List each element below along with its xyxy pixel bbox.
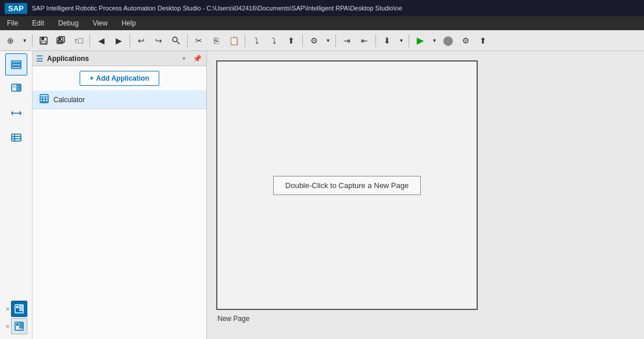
tab-close-icon-2[interactable]: ✕ (5, 323, 10, 330)
app-item-icon (40, 94, 49, 105)
window-title: SAP Intelligent Robotic Process Automati… (32, 5, 639, 12)
debug-button[interactable]: ⚙ (457, 33, 474, 49)
svg-rect-13 (13, 85, 16, 88)
svg-rect-11 (12, 67, 21, 68)
undo-button[interactable]: ↩ (133, 33, 149, 49)
settings-button[interactable]: ⚙ (306, 33, 322, 49)
main-area: ✕ ✕ ☰ A (0, 51, 644, 339)
svg-rect-9 (12, 61, 21, 63)
toolbar-sep-1 (32, 34, 33, 47)
screen-tab-2[interactable] (11, 318, 27, 334)
panel-pin-button[interactable]: 📌 (191, 53, 203, 64)
forward-button[interactable]: ▶ (110, 33, 127, 49)
save-all-button[interactable] (53, 33, 69, 49)
add-application-button[interactable]: + Add Application (80, 71, 159, 86)
panel-header-icon: ☰ (36, 54, 44, 63)
menu-help[interactable]: Help (119, 18, 138, 28)
svg-rect-23 (20, 306, 22, 308)
stop-button[interactable]: ⬤ (440, 33, 456, 49)
toolbar-sep-2 (90, 34, 90, 47)
toolbar-sep-3 (130, 34, 130, 47)
svg-rect-10 (12, 64, 21, 66)
svg-rect-14 (17, 85, 20, 87)
toolbar-sep-9 (409, 34, 409, 47)
export-button[interactable]: ↑□ (70, 33, 87, 49)
sap-logo: SAP (5, 3, 27, 14)
panel-dropdown-icon[interactable]: ▾ (180, 55, 188, 62)
step-over-button[interactable]: ⤵ (266, 33, 282, 49)
new-button[interactable]: ⊕ (2, 33, 19, 49)
svg-rect-26 (16, 323, 19, 326)
sidebar-icon-workflow[interactable] (5, 53, 27, 75)
page-label: New Page (217, 315, 249, 323)
svg-line-8 (177, 41, 180, 44)
add-label: Add Application (96, 74, 149, 82)
cut-button[interactable]: ✂ (191, 33, 207, 49)
save-button[interactable] (35, 33, 52, 49)
panel-header: ☰ Applications ▾ 📌 (33, 51, 206, 66)
sidebar-icon-connector[interactable] (5, 102, 27, 124)
find-button[interactable] (168, 33, 184, 49)
screen-tab-1[interactable] (11, 301, 27, 317)
tab-row-2: ✕ (5, 318, 27, 334)
svg-rect-24 (20, 309, 22, 311)
run-dropdown-button[interactable]: ▾ (430, 33, 439, 49)
menu-view[interactable]: View (90, 18, 110, 28)
page-canvas[interactable]: Double-Click to Capture a New Page New P… (216, 60, 478, 310)
run-button[interactable]: ▶ (412, 33, 428, 49)
toolbar-sep-4 (187, 34, 188, 47)
capture-hint[interactable]: Double-Click to Capture a New Page (273, 176, 421, 195)
step-into-button[interactable]: ⤵ (248, 33, 264, 49)
copy-button[interactable]: ⎘ (208, 33, 224, 49)
toolbar-sep-8 (375, 34, 376, 47)
indent-button[interactable]: ⇥ (339, 33, 355, 49)
svg-rect-17 (12, 134, 21, 141)
svg-rect-2 (41, 41, 46, 44)
svg-rect-27 (20, 323, 22, 325)
toolbar-sep-6 (302, 34, 303, 47)
back-button[interactable]: ◀ (93, 33, 109, 49)
app-item-calculator[interactable]: Calculator (33, 91, 206, 109)
title-bar: SAP SAP Intelligent Robotic Process Auto… (0, 0, 644, 16)
toolbar-sep-7 (335, 34, 336, 47)
menu-file[interactable]: File (5, 18, 20, 28)
paste-button[interactable]: 📋 (226, 33, 242, 49)
panel-area: ☰ Applications ▾ 📌 + Add Application (33, 51, 207, 339)
deploy-dropdown-button[interactable]: ▾ (396, 33, 406, 49)
redo-button[interactable]: ↪ (151, 33, 167, 49)
outdent-button[interactable]: ⇤ (356, 33, 373, 49)
add-icon: + (90, 74, 94, 82)
menu-bar: File Edit Debug View Help (0, 16, 644, 30)
sidebar-icon-data[interactable] (5, 127, 27, 149)
new-dropdown-button[interactable]: ▾ (20, 33, 29, 49)
menu-debug[interactable]: Debug (56, 18, 81, 28)
sidebar-icon-screen[interactable] (5, 78, 27, 100)
svg-rect-15 (17, 88, 20, 90)
settings-dropdown-button[interactable]: ▾ (323, 33, 332, 49)
step-out-button[interactable]: ⬆ (283, 33, 299, 49)
svg-rect-1 (41, 37, 44, 40)
debug2-button[interactable]: ⬆ (475, 33, 491, 49)
canvas-area: Double-Click to Capture a New Page New P… (207, 51, 644, 339)
svg-point-7 (173, 37, 177, 42)
toolbar: ⊕ ▾ ↑□ ◀ ▶ ↩ ↪ ✂ ⎘ 📋 ⤵ ⤵ ⬆ ⚙ ▾ ⇥ ⇤ ⬇ ▾ ▶… (0, 30, 644, 51)
tab-row-1: ✕ (5, 301, 27, 317)
menu-edit[interactable]: Edit (30, 18, 46, 28)
svg-rect-22 (16, 306, 19, 308)
tab-close-icon-1[interactable]: ✕ (5, 306, 10, 312)
deploy-button[interactable]: ⬇ (379, 33, 395, 49)
left-sidebar: ✕ ✕ (0, 51, 33, 339)
app-item-name: Calculator (53, 96, 85, 104)
panel-title: Applications (47, 55, 177, 63)
bottom-icon-group: ✕ ✕ (0, 301, 32, 334)
toolbar-sep-5 (245, 34, 245, 47)
app-list: Calculator (33, 91, 206, 109)
svg-rect-28 (20, 326, 22, 328)
